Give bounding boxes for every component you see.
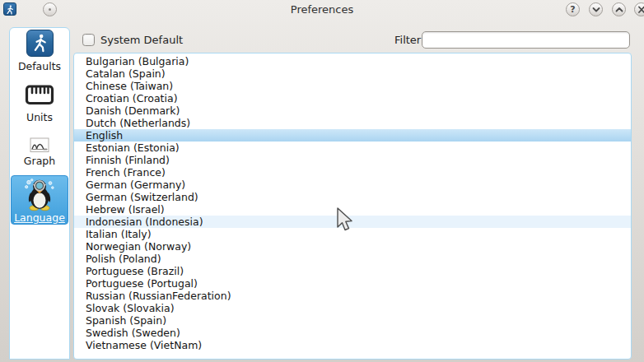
- penguin-icon: [22, 178, 57, 211]
- system-default-checkbox[interactable]: [82, 34, 95, 46]
- language-list-item[interactable]: Danish (Denmark): [74, 104, 631, 117]
- language-list-item[interactable]: Catalan (Spain): [74, 67, 631, 80]
- language-list-item[interactable]: Chinese (Taiwan): [74, 80, 631, 92]
- language-list-item[interactable]: Indonesian (Indonesia): [74, 216, 631, 228]
- help-button[interactable]: ?: [566, 2, 580, 16]
- language-list-item[interactable]: Russian (RussianFederation): [74, 290, 631, 302]
- graph-icon: [30, 137, 49, 153]
- sidebar-item-graph[interactable]: Graph: [11, 137, 68, 167]
- chevron-up-icon: [614, 6, 624, 14]
- language-list-item[interactable]: Polish (Poland): [74, 253, 631, 265]
- language-list[interactable]: Bulgarian (Bulgaria) Catalan (Spain) Chi…: [73, 53, 632, 360]
- hiker-icon: [26, 30, 54, 57]
- language-list-item[interactable]: Swedish (Sweden): [74, 327, 631, 339]
- sidebar: Defaults Units Graph: [9, 27, 70, 360]
- language-list-item[interactable]: Italian (Italy): [74, 228, 631, 240]
- language-list-item[interactable]: Slovak (Slovakia): [74, 302, 631, 314]
- language-list-item[interactable]: Vietnamese (VietNam): [74, 339, 631, 351]
- close-button[interactable]: [634, 2, 644, 16]
- sidebar-item-language[interactable]: Language: [11, 175, 68, 225]
- chevron-down-icon: [591, 6, 601, 14]
- close-icon: [637, 6, 644, 14]
- language-list-item[interactable]: Portuguese (Portugal): [74, 277, 631, 290]
- language-list-item[interactable]: Norwegian (Norway): [74, 240, 631, 253]
- language-list-item[interactable]: Finnish (Finland): [74, 154, 631, 166]
- language-list-item[interactable]: Hebrew (Israel): [74, 203, 631, 216]
- ruler-icon: [25, 84, 54, 106]
- system-default-label: System Default: [100, 34, 183, 46]
- preferences-window: Preferences ?: [0, 0, 644, 362]
- language-list-item[interactable]: German (Germany): [74, 179, 631, 191]
- filter-input[interactable]: [422, 31, 630, 49]
- language-list-item[interactable]: Spanish (Spain): [74, 314, 631, 327]
- language-list-item[interactable]: Estonian (Estonia): [74, 142, 631, 154]
- language-list-item[interactable]: French (France): [74, 166, 631, 179]
- titlebar[interactable]: Preferences ?: [0, 0, 644, 20]
- sidebar-item-label: Language: [14, 211, 65, 224]
- sidebar-item-label: Defaults: [18, 60, 61, 72]
- language-list-item[interactable]: English: [74, 129, 631, 142]
- sidebar-item-defaults[interactable]: Defaults: [11, 30, 68, 72]
- language-list-item[interactable]: Croatian (Croatia): [74, 92, 631, 104]
- language-list-item[interactable]: Bulgarian (Bulgaria): [74, 55, 631, 67]
- language-list-item[interactable]: Portuguese (Brazil): [74, 265, 631, 277]
- language-list-item[interactable]: German (Switzerland): [74, 191, 631, 203]
- minimize-button[interactable]: [589, 2, 603, 16]
- maximize-button[interactable]: [612, 2, 626, 16]
- sidebar-item-units[interactable]: Units: [11, 84, 68, 123]
- filter-label: Filter: [394, 34, 421, 46]
- sidebar-item-label: Units: [26, 111, 53, 123]
- language-list-item[interactable]: Dutch (Netherlands): [74, 117, 631, 129]
- sidebar-item-label: Graph: [24, 155, 55, 167]
- window-title: Preferences: [0, 3, 644, 16]
- question-mark-icon: ?: [570, 4, 575, 15]
